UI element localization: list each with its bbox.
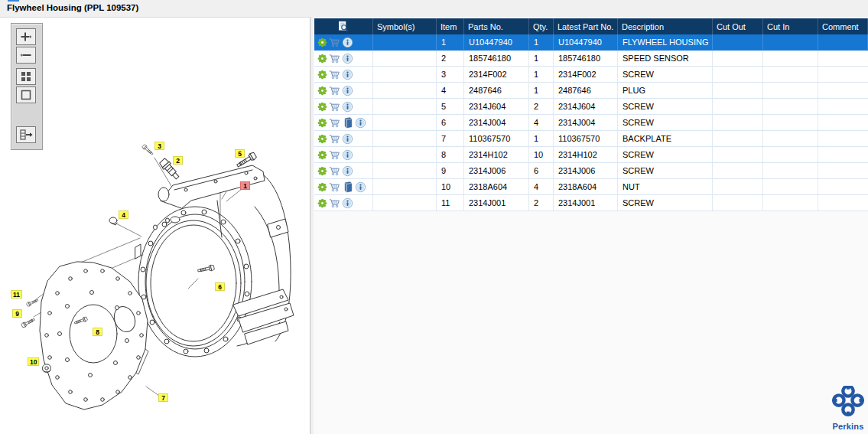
cart-icon[interactable] (329, 133, 340, 145)
configure-icon[interactable] (317, 54, 327, 64)
callout-3[interactable]: 3 (154, 142, 164, 150)
cut-in-cell (763, 163, 818, 178)
cart-icon[interactable] (329, 181, 340, 193)
zoom-fit-button[interactable] (16, 68, 36, 85)
latest-part-no-cell: 185746180 (554, 51, 618, 66)
comment-cell (818, 51, 868, 66)
symbols-cell (373, 163, 437, 178)
col-qty[interactable]: Qty. (529, 18, 554, 34)
zoom-full-view-button[interactable] (16, 86, 36, 103)
info-icon[interactable] (342, 53, 353, 64)
cart-icon[interactable] (329, 69, 340, 80)
qty-cell: 6 (529, 163, 554, 178)
symbols-cell (373, 34, 437, 50)
table-row[interactable]: 10 2318A604 4 2318A604 NUT (314, 179, 868, 195)
cart-icon[interactable] (329, 197, 340, 209)
info-icon[interactable] (342, 69, 353, 80)
perkins-emblem-icon (832, 386, 864, 418)
symbols-cell (373, 51, 437, 66)
cart-icon[interactable] (329, 149, 340, 161)
table-row[interactable]: 6 2314J004 4 2314J004 SCREW (314, 115, 868, 131)
info-icon[interactable] (355, 117, 366, 129)
callout-4[interactable]: 4 (119, 210, 128, 219)
col-cut-out[interactable]: Cut Out (713, 18, 763, 34)
parts-no-cell: 110367570 (464, 131, 529, 146)
info-icon[interactable] (342, 101, 353, 113)
comment-cell (818, 67, 868, 82)
col-symbols[interactable]: Symbol(s) (373, 18, 437, 34)
callout-6[interactable]: 6 (215, 282, 225, 291)
comment-cell (818, 83, 868, 98)
cart-icon[interactable] (329, 101, 340, 113)
table-row[interactable]: 3 2314F002 1 2314F002 SCREW (314, 67, 868, 83)
cart-icon[interactable] (329, 37, 340, 48)
callout-5[interactable]: 5 (235, 149, 245, 158)
callout-10[interactable]: 10 (28, 357, 39, 366)
col-item[interactable]: Item (437, 18, 464, 34)
cut-in-cell (763, 179, 818, 194)
table-row[interactable]: 11 2314J001 2 2314J001 SCREW (314, 195, 868, 211)
configure-icon[interactable] (317, 166, 327, 176)
cart-icon[interactable] (329, 85, 340, 96)
table-row[interactable]: 7 110367570 1 110367570 BACKPLATE (314, 131, 868, 147)
zoom-in-button[interactable] (16, 28, 36, 45)
cart-icon[interactable] (329, 117, 340, 129)
configure-icon[interactable] (317, 134, 327, 144)
cut-out-cell (713, 34, 763, 50)
info-icon[interactable] (342, 85, 353, 96)
diagram-panel (0, 17, 310, 434)
configure-icon[interactable] (317, 70, 327, 80)
info-icon[interactable] (342, 149, 353, 161)
callout-7[interactable]: 7 (158, 393, 168, 402)
table-row[interactable]: 8 2314H102 10 2314H102 SCREW (314, 147, 868, 163)
item-cell: 7 (437, 131, 464, 146)
table-row[interactable]: 1 U10447940 1 U10447940 FLYWHEEL HOUSING (314, 34, 868, 51)
table-row[interactable]: 2 185746180 1 185746180 SPEED SENSOR (314, 51, 868, 67)
comment-cell (818, 179, 868, 194)
callout-9[interactable]: 9 (12, 309, 22, 318)
configure-icon[interactable] (317, 86, 327, 96)
info-icon[interactable] (342, 37, 353, 48)
parts-no-cell: 2314H102 (464, 147, 529, 162)
cut-out-cell (713, 51, 763, 66)
parts-no-cell: 2314J004 (464, 115, 529, 130)
configure-icon[interactable] (317, 182, 327, 192)
info-icon[interactable] (342, 197, 353, 209)
parts-no-cell: 185746180 (464, 51, 529, 66)
document-search-icon[interactable] (337, 21, 349, 32)
table-row[interactable]: 9 2314J006 6 2314J006 SCREW (314, 163, 868, 179)
col-comment[interactable]: Comment (818, 18, 868, 34)
cart-icon[interactable] (329, 53, 340, 64)
table-row[interactable]: 4 2487646 1 2487646 PLUG (314, 83, 868, 99)
col-description[interactable]: Description (618, 18, 713, 34)
parts-no-cell: 2314J604 (464, 99, 529, 114)
col-cut-in[interactable]: Cut In (763, 18, 818, 34)
book-icon[interactable] (342, 181, 353, 193)
callout-11[interactable]: 11 (11, 290, 22, 299)
table-row[interactable]: 5 2314J604 2 2314J604 SCREW (314, 99, 868, 115)
cut-out-cell (713, 163, 763, 178)
cart-icon[interactable] (329, 165, 340, 177)
configure-icon[interactable] (317, 118, 327, 128)
info-icon[interactable] (342, 165, 353, 177)
qty-cell: 1 (529, 34, 554, 50)
col-parts-no[interactable]: Parts No. (464, 18, 529, 34)
callout-2[interactable]: 2 (173, 156, 183, 165)
toggle-parts-panel-button[interactable] (16, 126, 36, 143)
zoom-out-button[interactable] (16, 47, 36, 64)
configure-icon[interactable] (317, 38, 327, 47)
cut-in-cell (763, 131, 818, 146)
configure-icon[interactable] (317, 102, 327, 112)
callout-8[interactable]: 8 (93, 328, 102, 336)
configure-icon[interactable] (317, 198, 327, 208)
tab-remnant (8, 0, 19, 2)
info-icon[interactable] (342, 133, 353, 145)
col-latest-part-no[interactable]: Latest Part No. (554, 18, 618, 34)
comment-cell (818, 115, 868, 130)
configure-icon[interactable] (317, 150, 327, 160)
callout-1[interactable]: 1 (240, 181, 250, 190)
latest-part-no-cell: 2314J004 (554, 115, 618, 130)
book-icon[interactable] (342, 117, 353, 129)
info-icon[interactable] (355, 181, 366, 193)
cut-in-cell (763, 99, 818, 114)
